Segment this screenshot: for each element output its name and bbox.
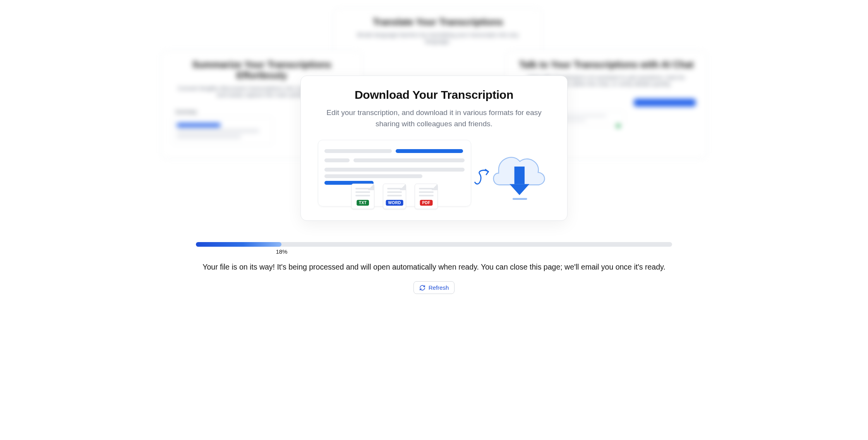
download-card: Download Your Transcription Edit your tr… (300, 76, 568, 221)
progress-label: 18% (276, 248, 287, 255)
svg-rect-1 (513, 198, 527, 200)
bg-card-translate-title: Translate Your Transcriptions (345, 17, 531, 28)
file-word: WORD (383, 184, 406, 209)
refresh-button-label: Refresh (429, 284, 449, 291)
download-illustration: TXT WORD PDF (318, 140, 550, 206)
processing-status-text: Your file is on its way! It's being proc… (196, 261, 672, 273)
bg-card-translate-desc: Break language barriers by translating y… (345, 31, 531, 45)
page-stage: Translate Your Transcriptions Break lang… (132, 0, 736, 306)
file-format-badges: TXT WORD PDF (318, 184, 471, 209)
badge-pdf: PDF (420, 200, 433, 206)
bg-card-chat-title: Talk to Your Transcriptions with AI Chat (517, 59, 696, 70)
file-pdf: PDF (415, 184, 438, 209)
badge-word: WORD (386, 200, 403, 206)
cloud-download-icon (473, 140, 550, 206)
progress-bar: 18% (196, 242, 672, 247)
document-preview: TXT WORD PDF (318, 140, 471, 206)
bg-summarize-mini-box (172, 117, 273, 145)
badge-txt: TXT (357, 200, 369, 206)
progress-area: 18% Your file is on its way! It's being … (196, 242, 672, 294)
refresh-icon (419, 285, 425, 291)
progress-fill (196, 242, 281, 247)
svg-rect-0 (515, 167, 525, 184)
download-card-desc: Edit your transcription, and download it… (318, 107, 550, 130)
file-txt: TXT (351, 184, 374, 209)
refresh-button[interactable]: Refresh (413, 281, 455, 294)
download-card-title: Download Your Transcription (318, 88, 550, 101)
